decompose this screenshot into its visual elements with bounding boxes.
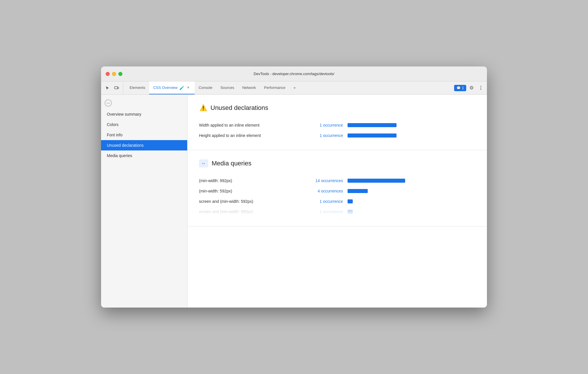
- occurrence-count[interactable]: 1 occurrence: [297, 133, 343, 138]
- row-label: Width applied to an inline element: [199, 123, 297, 127]
- notification-icon: 💬: [456, 86, 461, 90]
- title-bar: DevTools - developer.chrome.com/tags/dev…: [101, 66, 487, 81]
- css-overview-sidebar: Overview summary Colors Font info Unused…: [101, 95, 187, 308]
- occurrence-bar: [348, 189, 368, 193]
- media-queries-header: ↔ Media queries: [199, 159, 475, 167]
- svg-rect-0: [115, 87, 117, 89]
- experimental-icon: 🧪: [179, 85, 184, 90]
- occurrence-count[interactable]: 4 occurrences: [297, 189, 343, 193]
- row-label: screen and (min-width: 592px): [199, 199, 297, 204]
- occurrence-count[interactable]: 1 occurrence: [297, 209, 343, 214]
- warning-icon: ⚠️: [199, 104, 207, 112]
- sidebar-item-overview-summary[interactable]: Overview summary: [101, 109, 187, 119]
- occurrence-bar: [348, 123, 397, 127]
- occurrence-bar: [348, 133, 397, 138]
- devtools-window: DevTools - developer.chrome.com/tags/dev…: [101, 66, 487, 308]
- maximize-button[interactable]: [118, 72, 122, 76]
- row-label: (min-width: 992px): [199, 178, 297, 183]
- sidebar-item-media-queries[interactable]: Media queries: [101, 150, 187, 161]
- unused-declarations-section: ⚠️ Unused declarations Width applied to …: [187, 95, 487, 150]
- sidebar-item-font-info[interactable]: Font info: [101, 130, 187, 140]
- tab-close-button[interactable]: ✕: [186, 85, 191, 90]
- table-row: Height applied to an inline element 1 oc…: [199, 130, 475, 141]
- occurrence-count[interactable]: 14 occurrences: [297, 178, 343, 183]
- tab-sources[interactable]: Sources: [216, 81, 238, 94]
- tabs-bar: Elements CSS Overview 🧪 ✕ Console Source…: [101, 81, 487, 95]
- bar-container: [348, 210, 353, 214]
- minimize-button[interactable]: [112, 72, 116, 76]
- device-toolbar-icon[interactable]: [113, 84, 121, 92]
- table-row: (min-width: 592px) 4 occurrences: [199, 186, 475, 196]
- media-queries-title: Media queries: [212, 160, 251, 167]
- occurrence-bar: [348, 199, 353, 203]
- tab-network[interactable]: Network: [238, 81, 260, 94]
- occurrence-count[interactable]: 1 occurrence: [297, 199, 343, 204]
- table-row: screen and (min-width: 592px) 1 occurren…: [199, 196, 475, 207]
- bar-container: [348, 189, 368, 193]
- tab-performance[interactable]: Performance: [260, 81, 289, 94]
- more-menu-button[interactable]: ⋮: [477, 84, 485, 92]
- no-entry-icon: [105, 99, 112, 107]
- unused-declarations-title: Unused declarations: [210, 104, 268, 112]
- row-label: screen and (min-width: 992px): [199, 209, 297, 214]
- unused-declarations-header: ⚠️ Unused declarations: [199, 104, 475, 112]
- window-title: DevTools - developer.chrome.com/tags/dev…: [254, 72, 334, 76]
- notification-button[interactable]: 💬 1: [454, 85, 466, 91]
- settings-icon: ⚙: [469, 85, 474, 91]
- tabs-right-controls: 💬 1 ⚙ ⋮: [454, 81, 485, 94]
- devtools-left-icons: [103, 81, 123, 94]
- tabs-list: Elements CSS Overview 🧪 ✕ Console Source…: [126, 81, 454, 94]
- bar-container: [348, 123, 397, 127]
- bar-container: [348, 179, 405, 183]
- sidebar-item-colors[interactable]: Colors: [101, 119, 187, 130]
- row-label: (min-width: 592px): [199, 189, 297, 193]
- settings-button[interactable]: ⚙: [467, 84, 475, 92]
- tab-css-overview[interactable]: CSS Overview 🧪 ✕: [149, 81, 195, 94]
- media-queries-icon: ↔: [199, 159, 208, 167]
- table-row: screen and (min-width: 992px) 1 occurren…: [199, 207, 475, 217]
- tab-more[interactable]: »: [289, 81, 299, 94]
- close-button[interactable]: [106, 72, 110, 76]
- occurrence-count[interactable]: 1 occurrence: [297, 123, 343, 127]
- devtools-content: Overview summary Colors Font info Unused…: [101, 95, 487, 308]
- sidebar-item-unused-declarations[interactable]: Unused declarations: [101, 140, 187, 150]
- media-queries-section: ↔ Media queries (min-width: 992px) 14 oc…: [187, 150, 487, 226]
- table-row: (min-width: 992px) 14 occurrences: [199, 175, 475, 186]
- more-icon: ⋮: [478, 85, 483, 91]
- svg-rect-1: [117, 87, 119, 89]
- tab-elements[interactable]: Elements: [126, 81, 149, 94]
- main-panel: ⚠️ Unused declarations Width applied to …: [187, 95, 487, 308]
- table-row: Width applied to an inline element 1 occ…: [199, 120, 475, 130]
- bar-container: [348, 133, 397, 138]
- occurrence-bar: [348, 179, 405, 183]
- tab-console[interactable]: Console: [195, 81, 217, 94]
- cursor-icon[interactable]: [103, 84, 111, 92]
- occurrence-bar: [348, 210, 353, 214]
- bar-container: [348, 199, 353, 203]
- sidebar-header: [101, 97, 187, 109]
- row-label: Height applied to an inline element: [199, 133, 297, 138]
- notification-count: 1: [462, 86, 464, 90]
- traffic-lights: [106, 72, 122, 76]
